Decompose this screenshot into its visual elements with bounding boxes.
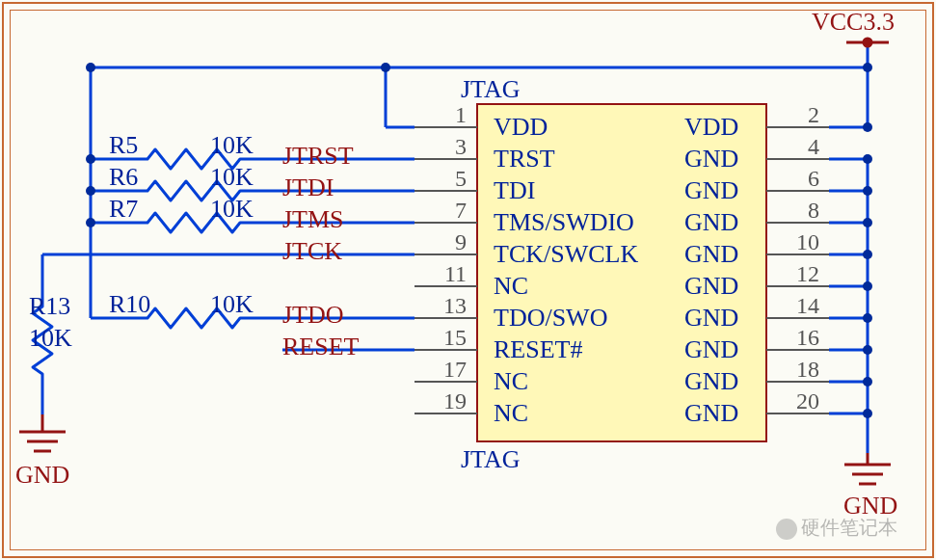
svg-point-63 <box>863 345 872 355</box>
pinnum-20: 20 <box>771 388 819 414</box>
pinname-vdd-r: VDD <box>684 113 738 142</box>
pinname-tdo: TDO/SWO <box>494 304 607 333</box>
pinnum-1: 1 <box>415 102 467 128</box>
pinnum-9: 9 <box>415 229 467 255</box>
pinnum-19: 19 <box>415 388 467 414</box>
pinname-nc1: NC <box>494 272 528 301</box>
pinname-nc3: NC <box>494 399 528 428</box>
r13-val: 10K <box>29 324 72 353</box>
pinnum-10: 10 <box>771 229 819 255</box>
svg-point-60 <box>863 250 872 259</box>
svg-point-67 <box>864 39 871 46</box>
svg-point-61 <box>863 281 872 291</box>
net-jtdi: JTDI <box>282 173 334 202</box>
pinnum-12: 12 <box>771 261 819 287</box>
r5-val: 10K <box>210 131 254 160</box>
watermark-text: 硬件笔记本 <box>801 517 897 538</box>
pinname-gnd4: GND <box>684 145 738 173</box>
pinnum-8: 8 <box>771 198 819 224</box>
r13-ref: R13 <box>29 292 70 321</box>
svg-point-53 <box>86 186 95 196</box>
pinname-gnd12: GND <box>684 272 738 301</box>
r6-ref: R6 <box>109 163 138 192</box>
svg-point-56 <box>863 122 872 132</box>
pinname-reset: RESET# <box>494 335 582 364</box>
pinname-nc2: NC <box>494 367 528 396</box>
pinname-trst: TRST <box>494 145 555 173</box>
svg-point-65 <box>863 409 872 418</box>
pinnum-17: 17 <box>415 357 467 383</box>
pinnum-11: 11 <box>415 261 467 287</box>
svg-point-64 <box>863 377 872 387</box>
r7-ref: R7 <box>109 195 138 224</box>
pinnum-2: 2 <box>771 102 819 128</box>
svg-point-51 <box>86 63 95 72</box>
pinname-gnd10: GND <box>684 240 738 269</box>
svg-point-50 <box>381 63 390 72</box>
svg-point-58 <box>863 186 872 196</box>
watermark: 硬件笔记本 <box>776 515 897 541</box>
r6-val: 10K <box>210 163 254 192</box>
pinnum-13: 13 <box>415 293 467 319</box>
pinname-vdd-l: VDD <box>494 113 548 142</box>
pinnum-14: 14 <box>771 293 819 319</box>
pinnum-4: 4 <box>771 134 819 160</box>
svg-point-57 <box>863 154 872 164</box>
pinname-gnd20: GND <box>684 399 738 428</box>
pinnum-3: 3 <box>415 134 467 160</box>
component-designator-top: JTAG <box>461 75 520 104</box>
pinnum-18: 18 <box>771 357 819 383</box>
power-gnd-label-left: GND <box>15 461 69 490</box>
pinnum-5: 5 <box>415 166 467 192</box>
r10-val: 10K <box>210 290 254 319</box>
pinname-gnd16: GND <box>684 335 738 364</box>
r10-ref: R10 <box>109 290 150 319</box>
pinname-gnd8: GND <box>684 208 738 237</box>
power-vcc-label: VCC3.3 <box>812 8 895 37</box>
pinname-tck: TCK/SWCLK <box>494 240 638 269</box>
svg-point-59 <box>863 218 872 227</box>
net-reset: RESET <box>282 333 359 361</box>
pinname-tdi: TDI <box>494 176 535 205</box>
pinnum-6: 6 <box>771 166 819 192</box>
svg-point-52 <box>86 154 95 164</box>
pinname-tms: TMS/SWDIO <box>494 208 634 237</box>
pinname-gnd14: GND <box>684 304 738 333</box>
r5-ref: R5 <box>109 131 138 160</box>
svg-point-55 <box>863 63 872 72</box>
r7-val: 10K <box>210 195 254 224</box>
net-jtck: JTCK <box>282 237 342 266</box>
pinname-gnd6: GND <box>684 176 738 205</box>
net-jtms: JTMS <box>282 205 344 234</box>
pinnum-7: 7 <box>415 198 467 224</box>
component-designator-bottom: JTAG <box>461 445 520 474</box>
pinname-gnd18: GND <box>684 367 738 396</box>
svg-point-54 <box>86 218 95 227</box>
net-jtrst: JTRST <box>282 142 354 171</box>
pinnum-16: 16 <box>771 325 819 351</box>
svg-point-62 <box>863 313 872 323</box>
net-jtdo: JTDO <box>282 301 344 330</box>
pinnum-15: 15 <box>415 325 467 351</box>
